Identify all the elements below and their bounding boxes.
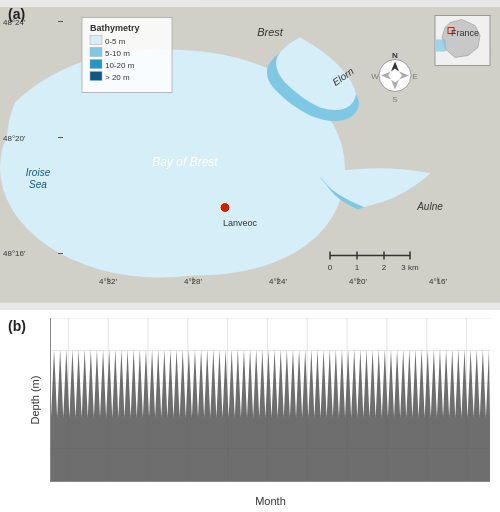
main-container: 0 1 2 3 km N S E W: [0, 0, 500, 512]
svg-point-2: [220, 203, 230, 213]
svg-text:Lanveoc: Lanveoc: [223, 218, 258, 228]
svg-text:1: 1: [355, 263, 360, 272]
panel-b-label: (b): [8, 318, 26, 334]
svg-text:S: S: [392, 95, 397, 104]
svg-text:Bay of Brest: Bay of Brest: [152, 155, 218, 169]
svg-text:5-10 m: 5-10 m: [105, 49, 130, 58]
svg-text:W: W: [371, 72, 379, 81]
svg-text:48°20': 48°20': [3, 134, 26, 143]
svg-text:2: 2: [382, 263, 387, 272]
svg-text:> 20 m: > 20 m: [105, 73, 130, 82]
panel-b: (b) Depth (m) Month 17.5 15.0 12.5 10.0 …: [0, 310, 500, 512]
svg-text:E: E: [412, 72, 417, 81]
svg-rect-22: [436, 40, 446, 52]
svg-text:10-20 m: 10-20 m: [105, 61, 135, 70]
svg-text:0-5 m: 0-5 m: [105, 37, 126, 46]
svg-text:Sea: Sea: [29, 179, 47, 190]
svg-rect-30: [90, 60, 102, 69]
svg-text:48°16': 48°16': [3, 249, 26, 258]
svg-text:Brest: Brest: [257, 26, 284, 38]
svg-text:France: France: [451, 28, 479, 38]
x-axis-label: Month: [255, 495, 286, 507]
svg-rect-32: [90, 72, 102, 81]
svg-text:Bathymetry: Bathymetry: [90, 23, 140, 33]
svg-text:N: N: [392, 51, 398, 60]
svg-text:3 km: 3 km: [401, 263, 419, 272]
panel-a-label: (a): [8, 6, 25, 22]
panel-a: 0 1 2 3 km N S E W: [0, 0, 500, 310]
svg-text:0: 0: [328, 263, 333, 272]
svg-text:Aulne: Aulne: [416, 201, 443, 212]
svg-rect-28: [90, 48, 102, 57]
y-axis-label: Depth (m): [29, 375, 41, 424]
map-svg: 0 1 2 3 km N S E W: [0, 0, 500, 310]
svg-text:Iroise: Iroise: [26, 167, 51, 178]
chart-area: Depth (m) Month 17.5 15.0 12.5 10.0 7.5 …: [50, 318, 490, 482]
time-series-svg: 17.5 15.0 12.5 10.0 7.5 5.0 Jan: [51, 318, 490, 481]
svg-rect-26: [90, 36, 102, 45]
